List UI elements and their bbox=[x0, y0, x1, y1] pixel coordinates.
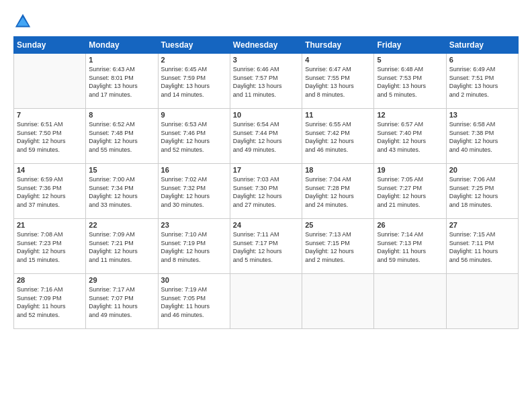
day-cell: 30Sunrise: 7:19 AMSunset: 7:05 PMDayligh… bbox=[158, 274, 230, 329]
day-info: Sunrise: 6:58 AMSunset: 7:38 PMDaylight:… bbox=[449, 120, 515, 154]
day-number: 26 bbox=[377, 221, 443, 229]
day-number: 14 bbox=[17, 166, 83, 174]
day-cell: 13Sunrise: 6:58 AMSunset: 7:38 PMDayligh… bbox=[446, 109, 518, 164]
week-row-4: 21Sunrise: 7:08 AMSunset: 7:23 PMDayligh… bbox=[14, 219, 519, 274]
day-cell: 23Sunrise: 7:10 AMSunset: 7:19 PMDayligh… bbox=[158, 219, 230, 274]
day-info: Sunrise: 7:13 AMSunset: 7:15 PMDaylight:… bbox=[305, 230, 371, 264]
week-row-2: 7Sunrise: 6:51 AMSunset: 7:50 PMDaylight… bbox=[14, 109, 519, 164]
day-info: Sunrise: 7:10 AMSunset: 7:19 PMDaylight:… bbox=[161, 230, 227, 264]
day-cell: 18Sunrise: 7:04 AMSunset: 7:28 PMDayligh… bbox=[302, 164, 374, 219]
day-cell: 15Sunrise: 7:00 AMSunset: 7:34 PMDayligh… bbox=[86, 164, 158, 219]
day-number: 6 bbox=[449, 56, 515, 64]
weekday-friday: Friday bbox=[374, 37, 446, 54]
day-info: Sunrise: 7:05 AMSunset: 7:27 PMDaylight:… bbox=[377, 175, 443, 209]
weekday-wednesday: Wednesday bbox=[230, 37, 302, 54]
header bbox=[13, 12, 519, 31]
day-number: 25 bbox=[305, 221, 371, 229]
day-cell: 2Sunrise: 6:45 AMSunset: 7:59 PMDaylight… bbox=[158, 54, 230, 109]
day-number: 27 bbox=[449, 221, 515, 229]
calendar: SundayMondayTuesdayWednesdayThursdayFrid… bbox=[13, 36, 519, 329]
day-cell: 28Sunrise: 7:16 AMSunset: 7:09 PMDayligh… bbox=[14, 274, 86, 329]
day-info: Sunrise: 6:53 AMSunset: 7:46 PMDaylight:… bbox=[161, 120, 227, 154]
weekday-header-row: SundayMondayTuesdayWednesdayThursdayFrid… bbox=[14, 37, 519, 54]
week-row-1: 1Sunrise: 6:43 AMSunset: 8:01 PMDaylight… bbox=[14, 54, 519, 109]
page: SundayMondayTuesdayWednesdayThursdayFrid… bbox=[0, 0, 532, 411]
day-info: Sunrise: 6:43 AMSunset: 8:01 PMDaylight:… bbox=[89, 65, 154, 99]
day-cell: 1Sunrise: 6:43 AMSunset: 8:01 PMDaylight… bbox=[86, 54, 158, 109]
day-number: 23 bbox=[161, 221, 227, 229]
day-cell: 22Sunrise: 7:09 AMSunset: 7:21 PMDayligh… bbox=[86, 219, 158, 274]
day-number: 7 bbox=[17, 111, 83, 119]
week-row-3: 14Sunrise: 6:59 AMSunset: 7:36 PMDayligh… bbox=[14, 164, 519, 219]
day-cell: 7Sunrise: 6:51 AMSunset: 7:50 PMDaylight… bbox=[14, 109, 86, 164]
day-info: Sunrise: 6:51 AMSunset: 7:50 PMDaylight:… bbox=[17, 120, 83, 154]
day-info: Sunrise: 7:02 AMSunset: 7:32 PMDaylight:… bbox=[161, 175, 227, 209]
day-number: 12 bbox=[377, 111, 443, 119]
day-number: 18 bbox=[305, 166, 371, 174]
logo-icon bbox=[13, 12, 32, 31]
weekday-sunday: Sunday bbox=[14, 37, 86, 54]
day-number: 15 bbox=[89, 166, 154, 174]
day-number: 11 bbox=[305, 111, 371, 119]
day-cell: 27Sunrise: 7:15 AMSunset: 7:11 PMDayligh… bbox=[446, 219, 518, 274]
day-info: Sunrise: 7:19 AMSunset: 7:05 PMDaylight:… bbox=[161, 285, 227, 319]
day-info: Sunrise: 7:09 AMSunset: 7:21 PMDaylight:… bbox=[89, 230, 154, 264]
weekday-tuesday: Tuesday bbox=[158, 37, 230, 54]
day-info: Sunrise: 7:17 AMSunset: 7:07 PMDaylight:… bbox=[89, 285, 154, 319]
day-cell bbox=[374, 274, 446, 329]
day-cell bbox=[446, 274, 518, 329]
day-info: Sunrise: 7:04 AMSunset: 7:28 PMDaylight:… bbox=[305, 175, 371, 209]
day-cell bbox=[302, 274, 374, 329]
day-number: 13 bbox=[449, 111, 515, 119]
day-cell: 4Sunrise: 6:47 AMSunset: 7:55 PMDaylight… bbox=[302, 54, 374, 109]
day-cell: 9Sunrise: 6:53 AMSunset: 7:46 PMDaylight… bbox=[158, 109, 230, 164]
day-info: Sunrise: 6:48 AMSunset: 7:53 PMDaylight:… bbox=[377, 65, 443, 99]
day-number: 28 bbox=[17, 276, 83, 284]
day-info: Sunrise: 6:46 AMSunset: 7:57 PMDaylight:… bbox=[233, 65, 299, 99]
day-number: 8 bbox=[89, 111, 154, 119]
day-number: 22 bbox=[89, 221, 154, 229]
day-cell: 8Sunrise: 6:52 AMSunset: 7:48 PMDaylight… bbox=[86, 109, 158, 164]
day-cell: 24Sunrise: 7:11 AMSunset: 7:17 PMDayligh… bbox=[230, 219, 302, 274]
day-cell: 16Sunrise: 7:02 AMSunset: 7:32 PMDayligh… bbox=[158, 164, 230, 219]
day-cell bbox=[230, 274, 302, 329]
day-number: 30 bbox=[161, 276, 227, 284]
day-cell: 20Sunrise: 7:06 AMSunset: 7:25 PMDayligh… bbox=[446, 164, 518, 219]
day-number: 16 bbox=[161, 166, 227, 174]
day-number: 29 bbox=[89, 276, 154, 284]
day-number: 21 bbox=[17, 221, 83, 229]
day-info: Sunrise: 6:54 AMSunset: 7:44 PMDaylight:… bbox=[233, 120, 299, 154]
day-info: Sunrise: 7:15 AMSunset: 7:11 PMDaylight:… bbox=[449, 230, 515, 264]
day-info: Sunrise: 6:52 AMSunset: 7:48 PMDaylight:… bbox=[89, 120, 154, 154]
weekday-monday: Monday bbox=[86, 37, 158, 54]
day-cell: 17Sunrise: 7:03 AMSunset: 7:30 PMDayligh… bbox=[230, 164, 302, 219]
day-cell: 11Sunrise: 6:55 AMSunset: 7:42 PMDayligh… bbox=[302, 109, 374, 164]
day-cell: 19Sunrise: 7:05 AMSunset: 7:27 PMDayligh… bbox=[374, 164, 446, 219]
day-info: Sunrise: 7:06 AMSunset: 7:25 PMDaylight:… bbox=[449, 175, 515, 209]
day-number: 19 bbox=[377, 166, 443, 174]
weekday-thursday: Thursday bbox=[302, 37, 374, 54]
day-cell: 14Sunrise: 6:59 AMSunset: 7:36 PMDayligh… bbox=[14, 164, 86, 219]
day-number: 20 bbox=[449, 166, 515, 174]
day-info: Sunrise: 7:08 AMSunset: 7:23 PMDaylight:… bbox=[17, 230, 83, 264]
day-number: 9 bbox=[161, 111, 227, 119]
day-cell: 12Sunrise: 6:57 AMSunset: 7:40 PMDayligh… bbox=[374, 109, 446, 164]
day-number: 5 bbox=[377, 56, 443, 64]
day-info: Sunrise: 7:11 AMSunset: 7:17 PMDaylight:… bbox=[233, 230, 299, 264]
day-cell: 3Sunrise: 6:46 AMSunset: 7:57 PMDaylight… bbox=[230, 54, 302, 109]
day-number: 2 bbox=[161, 56, 227, 64]
day-number: 17 bbox=[233, 166, 299, 174]
day-cell bbox=[14, 54, 86, 109]
day-info: Sunrise: 6:47 AMSunset: 7:55 PMDaylight:… bbox=[305, 65, 371, 99]
day-info: Sunrise: 6:59 AMSunset: 7:36 PMDaylight:… bbox=[17, 175, 83, 209]
day-info: Sunrise: 7:14 AMSunset: 7:13 PMDaylight:… bbox=[377, 230, 443, 264]
weekday-saturday: Saturday bbox=[446, 37, 518, 54]
day-number: 1 bbox=[89, 56, 154, 64]
day-number: 24 bbox=[233, 221, 299, 229]
day-info: Sunrise: 6:55 AMSunset: 7:42 PMDaylight:… bbox=[305, 120, 371, 154]
day-info: Sunrise: 7:16 AMSunset: 7:09 PMDaylight:… bbox=[17, 285, 83, 319]
day-cell: 25Sunrise: 7:13 AMSunset: 7:15 PMDayligh… bbox=[302, 219, 374, 274]
day-number: 3 bbox=[233, 56, 299, 64]
day-cell: 5Sunrise: 6:48 AMSunset: 7:53 PMDaylight… bbox=[374, 54, 446, 109]
day-cell: 6Sunrise: 6:49 AMSunset: 7:51 PMDaylight… bbox=[446, 54, 518, 109]
